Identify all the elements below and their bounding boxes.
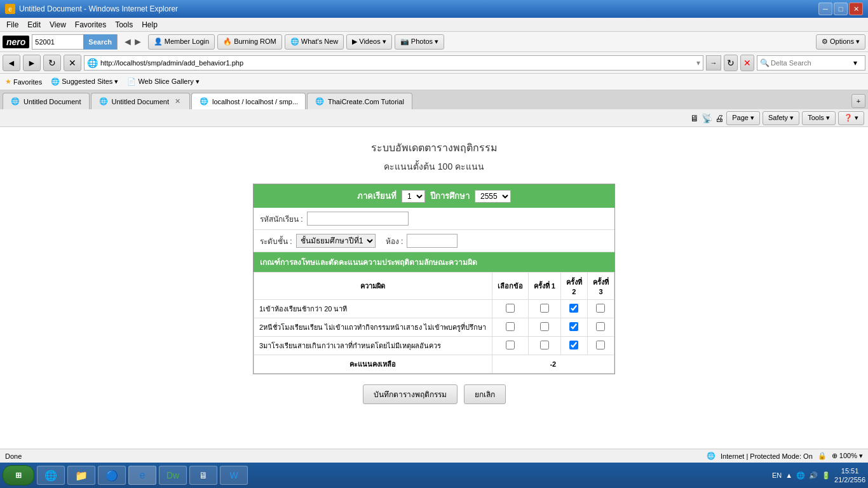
rss-icon[interactable]: 📡	[702, 113, 712, 123]
tab-3[interactable]: 🌐 ThaiCreate.Com Tutorial	[307, 93, 412, 109]
burning-rom-button[interactable]: 🔥 Burning ROM	[217, 34, 282, 50]
col-select: เลือกข้อ	[492, 273, 528, 300]
tab-1-close-button[interactable]: ✕	[173, 97, 182, 106]
semester-select[interactable]: 1 2	[402, 190, 425, 203]
behavior-3-desc: 3มาโรงเรียนสายเกินกว่าเวลาที่กำหนดโดยไม่…	[254, 337, 492, 355]
behavior-1-time1-cell	[528, 300, 560, 318]
menu-view[interactable]: View	[46, 19, 70, 30]
window-title: Untitled Document - Windows Internet Exp…	[19, 4, 178, 13]
year-label: ปีการศึกษา	[430, 189, 470, 203]
address-bar: ◄ ► ↻ ✕ 🌐 ▾ → ↻ ✕ 🔍 ▾	[0, 52, 868, 74]
refresh-button[interactable]: ↻	[43, 55, 61, 71]
behavior-3-time2-cell	[560, 337, 587, 355]
back-button[interactable]: ◄	[3, 55, 20, 71]
behavior-3-select-check[interactable]	[506, 341, 515, 349]
behavior-1-time3-check[interactable]	[596, 304, 605, 313]
address-input[interactable]	[100, 59, 694, 67]
tab-3-icon: 🌐	[315, 97, 324, 105]
go-button[interactable]: →	[706, 55, 721, 71]
behavior-2-time2-check[interactable]	[569, 322, 578, 331]
button-row: บันทึกตารางพฤติกรรม ยกเลิก	[363, 384, 506, 404]
menu-edit[interactable]: Edit	[24, 19, 44, 30]
col-behavior: ความผิด	[254, 273, 492, 300]
videos-button[interactable]: ▶ Videos ▾	[346, 34, 392, 50]
behavior-1-time2-check[interactable]	[569, 304, 578, 313]
behavior-2-time1-cell	[528, 318, 560, 337]
menu-bar: File Edit View Favorites Tools Help	[0, 18, 868, 32]
behavior-2-select-cell	[492, 318, 528, 337]
nero-search-box: Search	[32, 34, 118, 50]
behavior-row-1: 1เข้าห้องเรียนช้ากว่า 20 นาที	[254, 300, 614, 318]
student-id-label: รหัสนักเรียน :	[260, 213, 303, 225]
search-icon: 🔍	[760, 58, 770, 67]
behavior-row-2: 2หนีชั่วโมงเรียนเรียน ไม่เข้าแถวทำกิจกรร…	[254, 318, 614, 337]
behavior-1-desc: 1เข้าห้องเรียนช้ากว่า 20 นาที	[254, 300, 492, 318]
nero-search-button[interactable]: Search	[83, 34, 117, 50]
room-input[interactable]	[407, 234, 458, 248]
behavior-3-time3-cell	[587, 337, 614, 355]
title-bar: e Untitled Document - Windows Internet E…	[0, 0, 868, 18]
web-slice-label: Web Slice Gallery ▾	[138, 78, 199, 86]
behavior-3-time1-cell	[528, 337, 560, 355]
address-dropdown-icon[interactable]: ▾	[696, 58, 700, 67]
behavior-2-select-check[interactable]	[506, 322, 515, 331]
level-select[interactable]: ชั้นมัธยมศึกษาปีที่1 ชั้นมัธยมศึกษาปีที่…	[296, 234, 376, 248]
minimize-button[interactable]: ─	[818, 3, 832, 15]
photos-button[interactable]: 📷 Photos ▾	[395, 34, 444, 50]
behavior-2-time3-check[interactable]	[596, 322, 605, 331]
tab-0[interactable]: 🌐 Untitled Document	[3, 93, 90, 109]
tab-1[interactable]: 🌐 Untitled Document ✕	[91, 93, 191, 109]
web-slice-icon: 📄	[127, 78, 136, 86]
address-box: 🌐 ▾	[84, 55, 703, 71]
delta-search-input[interactable]	[771, 59, 847, 67]
nero-search-input[interactable]	[32, 35, 83, 49]
page-button[interactable]: Page ▾	[726, 111, 760, 125]
stop2-button[interactable]: ✕	[740, 55, 754, 71]
favorites-button[interactable]: ★ Favorites	[3, 76, 44, 87]
stop-button[interactable]: ✕	[64, 55, 81, 71]
maximize-button[interactable]: □	[834, 3, 848, 15]
close-button[interactable]: ✕	[849, 3, 863, 15]
new-tab-button[interactable]: +	[851, 94, 865, 108]
menu-tools[interactable]: Tools	[111, 19, 137, 30]
col-time3: ครั้งที่3	[587, 273, 614, 300]
behavior-3-time1-check[interactable]	[540, 341, 549, 349]
behavior-row-3: 3มาโรงเรียนสายเกินกว่าเวลาที่กำหนดโดยไม่…	[254, 337, 614, 355]
member-login-button[interactable]: 👤 Member Login	[148, 34, 215, 50]
level-label: ระดับชั้น :	[260, 235, 292, 247]
student-id-input[interactable]	[307, 212, 409, 226]
forward-button[interactable]: ►	[23, 55, 41, 71]
tab-2[interactable]: 🌐 localhost / localhost / smp...	[191, 93, 306, 109]
safety-button[interactable]: Safety ▾	[763, 111, 799, 125]
web-slice-gallery-button[interactable]: 📄 Web Slice Gallery ▾	[125, 76, 201, 87]
compat-view-icon[interactable]: 🖥	[690, 113, 699, 123]
behavior-2-time2-cell	[560, 318, 587, 337]
behavior-3-time2-check[interactable]	[569, 341, 578, 349]
menu-help[interactable]: Help	[138, 19, 161, 30]
menu-favorites[interactable]: Favorites	[71, 19, 110, 30]
options-button[interactable]: ⚙ Options ▾	[816, 34, 865, 50]
whats-new-button[interactable]: 🌐 What's New	[285, 34, 344, 50]
help-button[interactable]: ❓ ▾	[838, 111, 864, 125]
form-header: ภาคเรียนที่ 1 2 ปีการศึกษา 2555 2556 255…	[254, 184, 614, 208]
student-id-row: รหัสนักเรียน :	[254, 208, 614, 230]
toolbar-divider1: ◄►	[120, 36, 146, 48]
behavior-1-select-check[interactable]	[506, 304, 515, 313]
menu-file[interactable]: File	[3, 19, 22, 30]
tab-0-label: Untitled Document	[24, 98, 81, 105]
save-button[interactable]: บันทึกตารางพฤติกรรม	[363, 384, 458, 404]
cancel-button[interactable]: ยกเลิก	[464, 384, 506, 404]
delta-search-button[interactable]: ▾	[848, 56, 862, 70]
behavior-2-time1-check[interactable]	[540, 322, 549, 331]
total-label: คะแนนคงเหลือ	[254, 355, 492, 374]
behavior-3-time3-check[interactable]	[596, 341, 605, 349]
behavior-1-time1-check[interactable]	[540, 304, 549, 313]
suggested-sites-button[interactable]: 🌐 Suggested Sites ▾	[48, 76, 121, 87]
print-icon[interactable]: 🖨	[715, 113, 724, 123]
tools-button[interactable]: Tools ▾	[802, 111, 836, 125]
tab-0-icon: 🌐	[11, 97, 20, 105]
year-select[interactable]: 2555 2556 2557	[475, 190, 511, 203]
behavior-3-select-cell	[492, 337, 528, 355]
refresh2-button[interactable]: ↻	[724, 55, 738, 71]
nero-logo: nero	[3, 36, 29, 48]
